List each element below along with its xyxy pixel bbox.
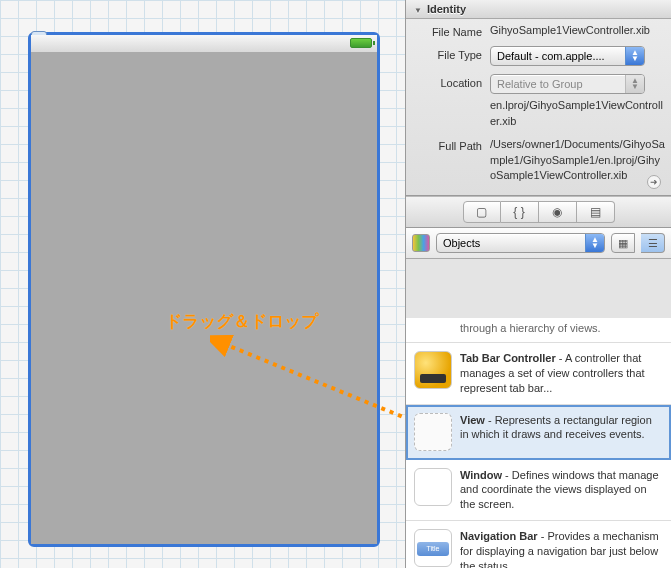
view-icon	[414, 413, 452, 451]
list-item-navigation-bar[interactable]: Navigation Bar - Provides a mechanism fo…	[406, 521, 671, 568]
list-item-text: Tab Bar Controller - A controller that m…	[460, 351, 663, 396]
location-label: Location	[412, 74, 490, 89]
library-mode-bar: ▢ { } ◉ ▤	[406, 196, 671, 228]
mode-code-icon[interactable]: { }	[501, 201, 539, 223]
file-type-select[interactable]: Default - com.apple.... ▲▼	[490, 46, 645, 66]
list-item-text: Navigation Bar - Provides a mechanism fo…	[460, 529, 663, 568]
list-item-truncated: through a hierarchy of views.	[406, 318, 671, 343]
right-panel: Identity File Name GihyoSample1ViewContr…	[405, 0, 671, 568]
mode-file-icon[interactable]: ▢	[463, 201, 501, 223]
library-objects-value: Objects	[443, 237, 480, 249]
list-item-tab-bar-controller[interactable]: Tab Bar Controller - A controller that m…	[406, 343, 671, 405]
annotation-label: ドラッグ＆ドロップ	[165, 310, 318, 333]
file-type-label: File Type	[412, 46, 490, 61]
view-canvas[interactable]: ×	[28, 32, 380, 547]
view-mode-list-icon[interactable]: ☰	[641, 233, 665, 253]
file-name-label: File Name	[412, 23, 490, 38]
status-bar	[31, 35, 377, 53]
view-content-area[interactable]	[31, 53, 377, 544]
list-item-window[interactable]: Window - Defines windows that manage and…	[406, 460, 671, 522]
location-select-value: Relative to Group	[497, 78, 583, 90]
list-item-text: Window - Defines windows that manage and…	[460, 468, 663, 513]
library-toolbar: Objects ▲▼ ▦ ☰	[406, 228, 671, 259]
full-path-label: Full Path	[412, 137, 490, 152]
mode-media-icon[interactable]: ▤	[577, 201, 615, 223]
file-type-select-value: Default - com.apple....	[497, 50, 605, 62]
mode-object-icon[interactable]: ◉	[539, 201, 577, 223]
list-item-text: View - Represents a rectangular region i…	[460, 413, 663, 451]
canvas-grid: ×	[0, 0, 405, 568]
library-list[interactable]: through a hierarchy of views. Tab Bar Co…	[406, 318, 671, 568]
full-path-value: /Users/owner1/Documents/GihyoSample1/Gih…	[490, 137, 665, 183]
identity-inspector: Identity File Name GihyoSample1ViewContr…	[406, 0, 671, 196]
battery-icon	[350, 38, 372, 48]
list-item-view[interactable]: View - Represents a rectangular region i…	[406, 405, 671, 460]
location-select[interactable]: Relative to Group ▲▼	[490, 74, 645, 94]
library-objects-select[interactable]: Objects ▲▼	[436, 233, 605, 253]
view-mode-grid-icon[interactable]: ▦	[611, 233, 635, 253]
location-path: en.lproj/GihyoSample1ViewController.xib	[490, 98, 665, 129]
section-header-identity[interactable]: Identity	[406, 0, 671, 19]
tab-bar-controller-icon	[414, 351, 452, 389]
navigation-bar-icon	[414, 529, 452, 567]
window-icon	[414, 468, 452, 506]
file-name-value: GihyoSample1ViewController.xib	[490, 23, 665, 38]
library-icon	[412, 234, 430, 252]
